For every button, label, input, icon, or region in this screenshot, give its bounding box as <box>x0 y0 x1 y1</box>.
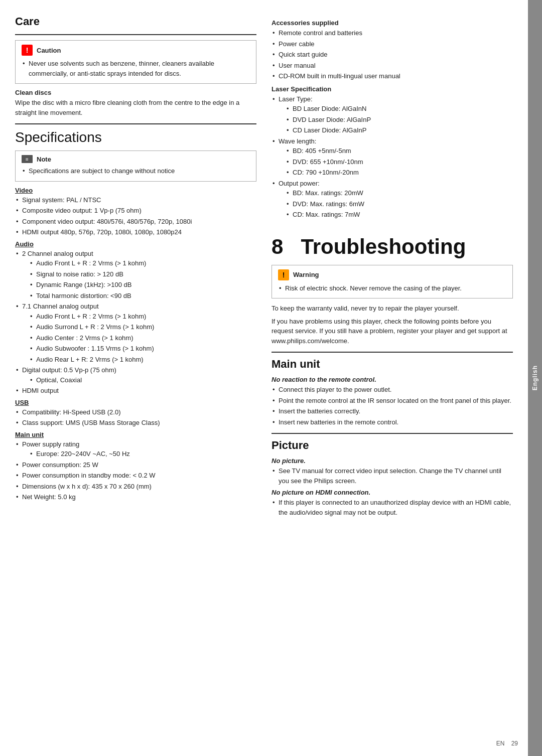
footer: EN 29 <box>496 740 518 747</box>
accessories-list: Remote control and batteries Power cable… <box>272 28 513 81</box>
left-column: Care ! Caution Never use solvents such a… <box>15 15 256 741</box>
clean-discs-text: Wipe the disc with a micro fibre cleanin… <box>15 98 256 117</box>
laser-type: Laser Type: BD Laser Diode: AlGaInN DVD … <box>272 94 513 135</box>
channel71-label: 7.1 Channel analog output Audio Front L … <box>15 301 256 364</box>
no-reaction-0: Connect this player to the power outlet. <box>272 385 513 395</box>
troubleshooting-heading: 8 Troubleshooting <box>272 235 513 259</box>
ch2-item-0: Audio Front L + R : 2 Vrms (> 1 kohm) <box>29 258 256 268</box>
main-unit-heading: Main unit <box>272 358 513 371</box>
audio-title: Audio <box>15 240 256 248</box>
caution-item: Never use solvents such as benzene, thin… <box>22 59 250 78</box>
troubleshooting-title: Troubleshooting <box>301 235 466 258</box>
troubleshooting-section: 8 Troubleshooting ! Warning Risk of elec… <box>272 235 513 518</box>
acc-item-3: User manual <box>272 61 513 71</box>
troubleshooting-number: 8 <box>272 235 283 258</box>
no-picture-hdmi-0: If this player is connected to an unauth… <box>272 498 513 517</box>
main-unit-rest-2: Dimensions (w x h x d): 435 x 70 x 260 (… <box>15 482 256 492</box>
note-label: Note <box>37 156 51 163</box>
usb-item-0: Compatibility: Hi-Speed USB (2.0) <box>15 407 256 417</box>
laser-type-1: DVD Laser Diode: AlGaInP <box>286 115 513 125</box>
main-unit-list: Power supply rating Europe: 220~240V ~AC… <box>15 439 256 502</box>
power-sub-0: Europe: 220~240V ~AC, ~50 Hz <box>29 449 256 459</box>
caution-label: Caution <box>37 47 61 54</box>
note-header: ≡ Note <box>22 155 250 163</box>
care-divider <box>15 34 256 35</box>
no-picture-hdmi-list: If this player is connected to an unauth… <box>272 498 513 517</box>
warning-header: ! Warning <box>278 269 506 280</box>
no-picture-label: No picture. <box>272 457 513 465</box>
main-content: Care ! Caution Never use solvents such a… <box>0 0 528 756</box>
warning-label: Warning <box>293 271 319 278</box>
accessories-title: Accessories supplied <box>272 19 513 27</box>
acc-item-2: Quick start guide <box>272 50 513 60</box>
acc-item-4: CD-ROM built in multi-lingual user manua… <box>272 71 513 81</box>
laser-wave-2: CD: 790 +10nm/-20nm <box>286 168 513 178</box>
main-unit-divider <box>272 352 513 353</box>
channel71-sub-list: Audio Front L + R : 2 Vrms (> 1 kohm) Au… <box>22 312 256 365</box>
acc-item-0: Remote control and batteries <box>272 28 513 38</box>
no-picture-list: See TV manual for correct video input se… <box>272 466 513 486</box>
picture-heading: Picture <box>272 439 513 452</box>
note-list: Specifications are subject to change wit… <box>22 166 250 176</box>
laser-wave-1: DVD: 655 +10nm/-10nm <box>286 157 513 167</box>
main-unit-title: Main unit <box>15 431 256 438</box>
troubleshooting-intro1: To keep the warranty valid, never try to… <box>272 304 513 314</box>
specs-title: Specifications <box>15 129 256 145</box>
laser-output-2: CD: Max. ratings: 7mW <box>286 210 513 220</box>
laser-wave: Wave length: BD: 405 +5nm/-5nm DVD: 655 … <box>272 136 513 178</box>
laser-output-1: DVD: Max. ratings: 6mW <box>286 199 513 209</box>
usb-title: USB <box>15 399 256 406</box>
power-supply-rating: Power supply rating Europe: 220~240V ~AC… <box>15 439 256 459</box>
ch2-item-2: Dynamic Range (1kHz): >100 dB <box>29 280 256 290</box>
laser-output-0: BD: Max. ratings: 20mW <box>286 188 513 198</box>
digital-label: Digital output: 0.5 Vp-p (75 ohm) Optica… <box>15 365 256 385</box>
note-item: Specifications are subject to change wit… <box>22 166 250 176</box>
laser-list: Laser Type: BD Laser Diode: AlGaInN DVD … <box>272 94 513 220</box>
laser-type-0: BD Laser Diode: AlGaInN <box>286 104 513 114</box>
ch71-item-3: Audio Subwoofer : 1.15 Vrms (> 1 kohm) <box>29 344 256 354</box>
warning-box: ! Warning Risk of electric shock. Never … <box>272 265 513 299</box>
usb-item-1: Class support: UMS (USB Mass Storage Cla… <box>15 418 256 428</box>
no-reaction-3: Insert new batteries in the remote contr… <box>272 417 513 427</box>
power-sub-list: Europe: 220~240V ~AC, ~50 Hz <box>22 449 256 459</box>
laser-type-sub: BD Laser Diode: AlGaInN DVD Laser Diode:… <box>279 104 513 135</box>
video-list: Signal system: PAL / NTSC Composite vide… <box>15 195 256 237</box>
laser-title: Laser Specification <box>272 85 513 93</box>
caution-box: ! Caution Never use solvents such as ben… <box>15 40 256 84</box>
digital-item-0: Optical, Coaxial <box>29 375 256 385</box>
footer-page: 29 <box>511 740 518 747</box>
video-item-1: Composite video output: 1 Vp-p (75 ohm) <box>15 206 256 216</box>
ch71-item-2: Audio Center : 2 Vrms (> 1 kohm) <box>29 333 256 343</box>
no-reaction-list: Connect this player to the power outlet.… <box>272 385 513 427</box>
ch71-item-1: Audio Surrond L + R : 2 Vrms (> 1 kohm) <box>29 322 256 332</box>
care-title: Care <box>15 15 256 28</box>
audio-list: 2 Channel analog output Audio Front L + … <box>15 249 256 396</box>
digital-sub-list: Optical, Coaxial <box>22 375 256 385</box>
laser-wave-0: BD: 405 +5nm/-5nm <box>286 146 513 156</box>
ch2-item-3: Total harmonic distortion: <90 dB <box>29 291 256 301</box>
video-item-0: Signal system: PAL / NTSC <box>15 195 256 205</box>
no-reaction-label: No reaction to the remote control. <box>272 376 513 383</box>
laser-output: Output power: BD: Max. ratings: 20mW DVD… <box>272 179 513 220</box>
page-container: Care ! Caution Never use solvents such a… <box>0 0 542 756</box>
caution-list: Never use solvents such as benzene, thin… <box>22 59 250 78</box>
picture-divider <box>272 433 513 434</box>
right-column: Accessories supplied Remote control and … <box>272 15 513 741</box>
laser-output-sub: BD: Max. ratings: 20mW DVD: Max. ratings… <box>279 188 513 220</box>
video-hdmi: HDMI output 480p, 576p, 720p, 1080i, 108… <box>15 227 256 237</box>
note-box: ≡ Note Specifications are subject to cha… <box>15 150 256 182</box>
laser-type-2: CD Laser Diode: AlGaInP <box>286 125 513 135</box>
main-unit-rest-1: Power consumption in standby mode: < 0.2… <box>15 471 256 481</box>
video-item-2: Component video output: 480i/576i, 480/5… <box>15 217 256 227</box>
note-icon: ≡ <box>22 155 33 163</box>
warning-icon: ! <box>278 269 289 280</box>
caution-header: ! Caution <box>22 45 250 56</box>
main-unit-rest-0: Power consumption: 25 W <box>15 460 256 470</box>
caution-icon: ! <box>22 45 33 56</box>
ch71-item-0: Audio Front L + R : 2 Vrms (> 1 kohm) <box>29 312 256 322</box>
acc-item-1: Power cable <box>272 39 513 49</box>
main-unit-rest-3: Net Weight: 5.0 kg <box>15 492 256 502</box>
ch2-item-1: Signal to noise ratio: > 120 dB <box>29 269 256 279</box>
side-tab-text: English <box>531 365 538 390</box>
troubleshooting-intro2: If you have problems using this player, … <box>272 317 513 346</box>
